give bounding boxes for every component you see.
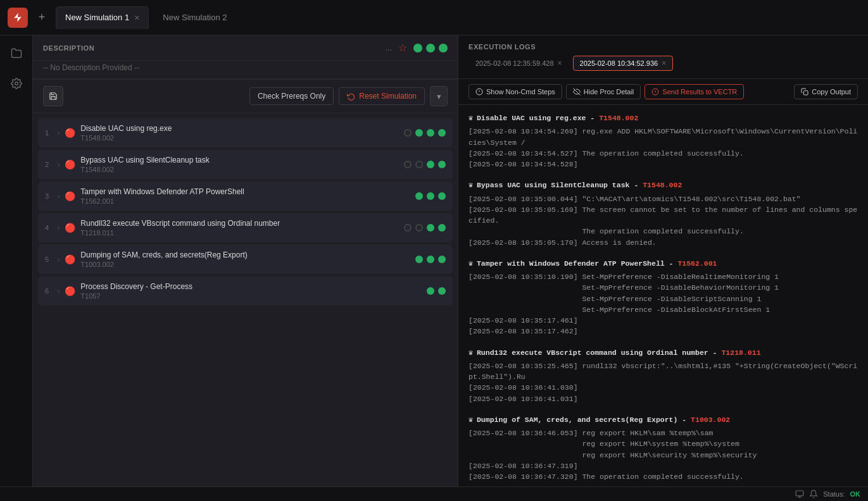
task-controls-5	[415, 256, 446, 263]
left-panel: DESCRIPTION ... ☆ -- No Description Prov…	[33, 35, 458, 486]
exec-tab-ts1-close[interactable]: ×	[558, 59, 562, 68]
log-entries-3: [2025-02-08 10:35:10.190] Set-MpPreferen…	[469, 271, 858, 337]
task-dot-6-2[interactable]	[438, 287, 446, 295]
task-chevron-3: ›	[58, 193, 60, 200]
status-monitor-icon	[795, 490, 804, 498]
hide-proc-label: Hide Proc Detail	[584, 88, 634, 96]
task-dot-2-run[interactable]	[427, 161, 434, 168]
task-controls-4	[404, 224, 446, 232]
task-chevron-1: ›	[58, 130, 60, 137]
description-more[interactable]: ...	[385, 43, 392, 53]
task-info-5: Dumping of SAM, creds, and secrets(Reg E…	[80, 250, 410, 268]
exec-tab-ts2-label: 2025-02-08 10:34:52.936	[580, 59, 658, 67]
task-dot-1-run[interactable]	[415, 129, 423, 137]
log-title-text-2: Bypass UAC using SilentCleanup task - T1…	[477, 180, 682, 190]
left-toolbar: Check Prereqs Only Reset Simulation ▾	[33, 80, 458, 113]
log-title-4: ♛ Rund132 execute VBscript command using…	[469, 347, 858, 358]
task-item-6[interactable]: 6 › 🔴 Process Discovery - Get-Process T1…	[38, 276, 453, 306]
task-dot-3-2[interactable]	[427, 192, 434, 200]
sidebar-settings-icon[interactable]	[6, 73, 27, 94]
reset-dropdown-button[interactable]: ▾	[430, 86, 448, 106]
task-dot-1-pass[interactable]	[438, 129, 446, 137]
task-controls-3	[415, 192, 446, 200]
log-entries-1: [2025-02-08 10:34:54.269] reg.exe ADD HK…	[469, 126, 858, 170]
log-title-3: ♛ Tamper with Windows Defender ATP Power…	[469, 258, 858, 269]
save-button[interactable]	[43, 86, 63, 106]
task-dot-6-1[interactable]	[427, 287, 434, 295]
task-dot-2-skip	[404, 161, 412, 168]
task-list: 1 › 🔴 Disable UAC using reg.exe T1548.00…	[33, 113, 458, 486]
task-info-2: Bypass UAC using SilentCleanup task T154…	[80, 156, 399, 173]
show-non-cmd-label: Show Non-Cmd Steps	[486, 88, 555, 96]
exec-tab-ts1[interactable]: 2025-02-08 12:35:59.428 ×	[469, 56, 569, 71]
task-chevron-5: ›	[58, 256, 60, 263]
log-title-5: ♛ Dumping of SAM, creds, and secrets(Reg…	[469, 414, 858, 425]
log-title-text-4: Rund132 execute VBscript command using O…	[477, 347, 761, 358]
task-dot-5-2[interactable]	[427, 256, 434, 263]
status-label: Status:	[823, 490, 845, 498]
task-dot-5-3[interactable]	[438, 256, 446, 263]
task-flame-icon-6: 🔴	[65, 286, 75, 296]
log-title-2: ♛ Bypass UAC using SilentCleanup task - …	[469, 180, 858, 190]
status-dot-3	[439, 44, 448, 53]
task-controls-2	[404, 161, 446, 168]
status-dot-2	[426, 44, 435, 53]
task-dot-1-done[interactable]	[427, 129, 434, 137]
task-id-1: T1548.002	[80, 134, 399, 142]
task-chevron-4: ›	[58, 225, 60, 232]
send-results-button[interactable]: Send Results to VECTR	[645, 84, 744, 99]
task-flame-icon-1: 🔴	[65, 128, 75, 138]
exec-tab-ts1-label: 2025-02-08 12:35:59.428	[475, 59, 554, 67]
show-non-cmd-button[interactable]: Show Non-Cmd Steps	[469, 84, 562, 99]
task-item-1[interactable]: 1 › 🔴 Disable UAC using reg.exe T1548.00…	[38, 118, 453, 147]
task-dot-4-circle	[404, 224, 412, 232]
tab-sim1[interactable]: New Simulation 1 ×	[56, 6, 149, 29]
task-dot-5-1[interactable]	[415, 256, 423, 263]
task-info-6: Process Discovery - Get-Process T1057	[80, 282, 422, 300]
description-star-icon[interactable]: ☆	[398, 42, 407, 54]
task-item-2[interactable]: 2 › 🔴 Bypass UAC using SilentCleanup tas…	[38, 150, 453, 179]
tab-sim1-close[interactable]: ×	[134, 13, 139, 22]
svg-rect-7	[796, 491, 803, 496]
task-dot-2-circle	[415, 161, 423, 168]
log-section-4: ♛ Rund132 execute VBscript command using…	[469, 347, 858, 404]
task-flame-icon-4: 🔴	[65, 223, 75, 233]
log-title-text-1: Disable UAC using reg.exe - T1548.002	[477, 113, 638, 123]
task-dot-2-done[interactable]	[438, 161, 446, 168]
exec-tab-ts2-close[interactable]: ×	[662, 59, 666, 68]
copy-output-label: Copy Output	[812, 88, 851, 96]
reset-simulation-button[interactable]: Reset Simulation	[339, 87, 425, 105]
task-dot-4-done[interactable]	[438, 224, 446, 232]
task-item-5[interactable]: 5 › 🔴 Dumping of SAM, creds, and secrets…	[38, 245, 453, 274]
exec-tabs: 2025-02-08 12:35:59.428 × 2025-02-08 10:…	[469, 56, 858, 71]
description-label: DESCRIPTION	[43, 44, 94, 52]
task-dot-3-1[interactable]	[415, 192, 423, 200]
task-dot-4-run[interactable]	[427, 224, 434, 232]
check-prereqs-button[interactable]: Check Prereqs Only	[249, 87, 334, 105]
tab-sim1-label: New Simulation 1	[65, 13, 129, 22]
task-num-3: 3	[45, 192, 53, 200]
hide-proc-button[interactable]: Hide Proc Detail	[566, 84, 641, 99]
task-name-6: Process Discovery - Get-Process	[80, 282, 422, 291]
task-flame-icon-3: 🔴	[65, 191, 75, 201]
task-id-3: T1562.001	[80, 197, 410, 205]
logo-button[interactable]	[8, 8, 28, 28]
sidebar-folder-icon[interactable]	[6, 43, 27, 63]
log-crown-icon-4: ♛	[469, 347, 473, 358]
copy-output-button[interactable]: Copy Output	[794, 84, 858, 99]
new-tab-button[interactable]: +	[33, 9, 51, 27]
log-section-3: ♛ Tamper with Windows Defender ATP Power…	[469, 258, 858, 337]
task-name-5: Dumping of SAM, creds, and secrets(Reg E…	[80, 250, 410, 259]
sidebar-icons	[0, 35, 33, 486]
main-content: DESCRIPTION ... ☆ -- No Description Prov…	[0, 35, 868, 486]
task-item-3[interactable]: 3 › 🔴 Tamper with Windows Defender ATP P…	[38, 182, 453, 211]
task-name-2: Bypass UAC using SilentCleanup task	[80, 156, 399, 164]
top-bar: + New Simulation 1 × New Simulation 2	[0, 0, 868, 35]
tab-sim2[interactable]: New Simulation 2	[154, 6, 236, 29]
log-crown-icon-2: ♛	[469, 180, 473, 190]
log-crown-icon-5: ♛	[469, 414, 473, 425]
log-entries-2: [2025-02-08 10:35:00.044] "C:\MACAT\art\…	[469, 194, 858, 248]
task-item-4[interactable]: 4 › 🔴 Rundll32 execute VBscript command …	[38, 213, 453, 242]
exec-tab-ts2[interactable]: 2025-02-08 10:34:52.936 ×	[573, 56, 674, 71]
task-dot-3-3[interactable]	[438, 192, 446, 200]
